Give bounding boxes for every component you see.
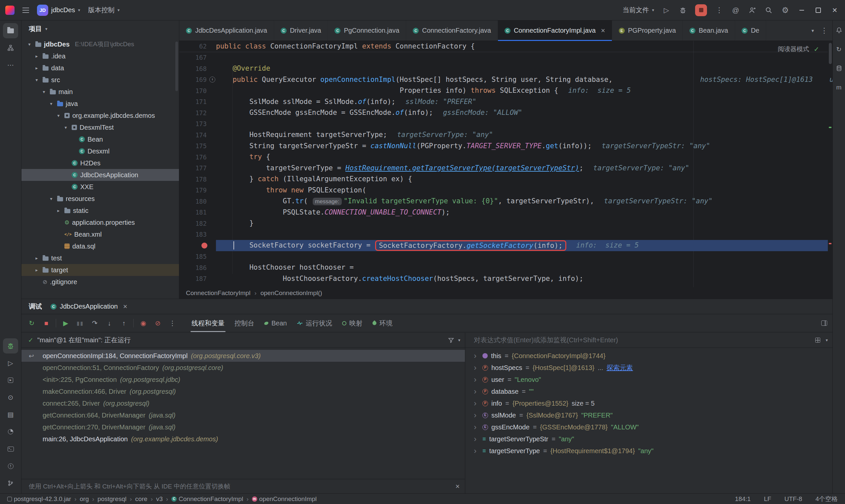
- tree-chevron-icon[interactable]: ▸: [33, 255, 40, 261]
- expand-chevron-icon[interactable]: ›: [474, 388, 479, 395]
- more-debug-options-icon[interactable]: ⋮: [168, 319, 177, 327]
- debug-tab-控制台[interactable]: 控制台: [229, 314, 259, 332]
- caret-position[interactable]: 184:1: [735, 496, 751, 503]
- ai-assistant-icon[interactable]: @: [732, 6, 740, 14]
- status-breadcrumb-postgresql-42-3-0-jar[interactable]: postgresql-42.3.0.jar: [7, 496, 71, 503]
- gutter-line-184[interactable]: [179, 240, 216, 251]
- status-breadcrumb-v3[interactable]: v3: [156, 496, 163, 503]
- gutter-line-186[interactable]: 186: [179, 262, 216, 273]
- project-widget[interactable]: JD jdbcDes ▾: [37, 5, 80, 16]
- debug-tab-映射[interactable]: 映射: [337, 314, 368, 332]
- editor-tab-jdbcdesapplication-java[interactable]: CJdbcDesApplication.java: [179, 20, 274, 41]
- close-tab-icon[interactable]: ×: [601, 27, 605, 34]
- stripe-gradle-tool-icon[interactable]: ↻: [834, 44, 844, 54]
- variable-row-targetServerTypeStr[interactable]: ›≡targetServerTypeStr = "any": [465, 433, 832, 445]
- line-number[interactable]: 182: [195, 220, 207, 227]
- line-number[interactable]: 173: [195, 120, 207, 127]
- line-number[interactable]: 168: [195, 65, 207, 72]
- line-number[interactable]: 176: [195, 154, 207, 161]
- editor-tab-bean-java[interactable]: CBean.java: [683, 20, 735, 41]
- tree-item-resources[interactable]: ▾resources: [21, 193, 179, 205]
- tree-item-application.properties[interactable]: ⚙application.properties: [21, 217, 179, 229]
- tree-item-jdbcdesapplication[interactable]: CJdbcDesApplication: [21, 169, 179, 181]
- code-with-me-icon[interactable]: [748, 6, 757, 14]
- line-number[interactable]: 177: [195, 164, 207, 172]
- gutter-line-180[interactable]: 180: [179, 196, 216, 207]
- variable-row-database[interactable]: ›Pdatabase = "": [465, 385, 832, 397]
- editor-scrollbar[interactable]: [828, 41, 832, 287]
- variable-row-sslMode[interactable]: ›EsslMode = {SslMode@1767} "PREFER": [465, 409, 832, 421]
- expand-chevron-icon[interactable]: ›: [474, 447, 479, 455]
- tree-chevron-icon[interactable]: ▸: [55, 208, 62, 213]
- override-marker-icon[interactable]: ↑: [209, 76, 215, 83]
- evaluate-expression-input[interactable]: 对表达式求值(Enter)或添加监视(Ctrl+Shift+Enter) ▾: [465, 333, 832, 348]
- code-editor[interactable]: 62public class ConnectionFactoryImpl ext…: [179, 41, 832, 287]
- vcs-widget[interactable]: 版本控制 ▾: [88, 6, 120, 15]
- stripe-terminal-tool-icon[interactable]: [3, 441, 18, 456]
- stripe-more-tool-windows-icon[interactable]: ⋯: [3, 57, 18, 73]
- tab-options-icon[interactable]: ⋮: [821, 26, 828, 35]
- thread-selector[interactable]: ✓ "main"@1 在组"main": 正在运行 ▾: [21, 333, 465, 348]
- stripe-database-tool-icon[interactable]: [834, 64, 844, 73]
- inspections-status-icon[interactable]: ✓: [814, 45, 819, 53]
- resume-button[interactable]: ▶: [61, 319, 71, 327]
- gutter-line-174[interactable]: 174: [179, 129, 216, 141]
- stripe-structure-tool-icon[interactable]: [3, 40, 18, 55]
- editor-tab-pgconnection-java[interactable]: CPgConnection.java: [328, 20, 406, 41]
- stack-frame[interactable]: openConnection:51, ConnectionFactory(org…: [21, 362, 465, 374]
- line-number[interactable]: 174: [195, 131, 207, 139]
- chevron-down-icon[interactable]: ▾: [826, 338, 828, 343]
- pause-button[interactable]: ▮▮: [75, 320, 85, 326]
- debug-tab-环境[interactable]: 环境: [368, 314, 398, 332]
- line-number[interactable]: 169: [195, 76, 207, 83]
- tree-item-h2des[interactable]: CH2Des: [21, 157, 179, 169]
- tree-item-test[interactable]: ▸test: [21, 252, 179, 264]
- line-number[interactable]: 183: [195, 231, 207, 238]
- stack-frame[interactable]: getConnection:664, DriverManager(java.sq…: [21, 409, 465, 421]
- gutter-line-168[interactable]: 168: [179, 63, 216, 74]
- tree-chevron-icon[interactable]: ▾: [63, 125, 69, 130]
- layout-settings-icon[interactable]: [821, 321, 827, 326]
- tree-item-bean.xml[interactable]: </>Bean.xml: [21, 229, 179, 240]
- more-actions-icon[interactable]: ⋮: [715, 6, 723, 15]
- stack-frame[interactable]: <init>:225, PgConnection(org.postgresql.…: [21, 374, 465, 385]
- indent-style[interactable]: 4个空格: [815, 495, 838, 503]
- line-number[interactable]: 172: [195, 109, 207, 116]
- tree-chevron-icon[interactable]: ▾: [55, 113, 62, 118]
- tree-item-java[interactable]: ▾java: [21, 98, 179, 110]
- step-out-button[interactable]: ↑: [119, 320, 129, 327]
- gutter-line-176[interactable]: 176: [179, 151, 216, 163]
- expand-chevron-icon[interactable]: ›: [474, 399, 479, 407]
- tree-item-jdbcdes[interactable]: ▾jdbcDesE:\IDEA项目\jdbcDes: [21, 38, 179, 50]
- line-number[interactable]: 179: [195, 186, 207, 194]
- tree-item-target[interactable]: ▸target: [21, 264, 179, 276]
- tree-item-xxe[interactable]: CXXE: [21, 181, 179, 193]
- debug-session-tab[interactable]: C JdbcDesApplication ×: [51, 303, 127, 310]
- stack-frame[interactable]: main:26, JdbcDesApplication(org.example.…: [21, 433, 465, 445]
- search-everywhere-icon[interactable]: [764, 6, 773, 14]
- stripe-endpoints-tool-icon[interactable]: ⊙: [3, 390, 18, 405]
- line-number[interactable]: 171: [195, 98, 207, 105]
- chevron-down-icon[interactable]: ▾: [458, 338, 460, 343]
- variable-row-gssEncMode[interactable]: ›EgssEncMode = {GSSEncMode@1778} "ALLOW": [465, 421, 832, 433]
- gutter-line-179[interactable]: 179: [179, 185, 216, 196]
- status-breadcrumb-core[interactable]: core: [135, 496, 147, 503]
- view-breakpoints-button[interactable]: ◉: [138, 319, 148, 327]
- line-number[interactable]: 167: [195, 54, 207, 61]
- gutter-line-62[interactable]: 62: [179, 41, 216, 52]
- stripe-debug-tool-icon[interactable]: [3, 338, 18, 354]
- status-breadcrumb-org[interactable]: org: [80, 496, 89, 503]
- run-button[interactable]: ▷: [662, 6, 671, 14]
- gutter-line-172[interactable]: 172: [179, 107, 216, 119]
- editor-tab-connectionfactory-java[interactable]: CConnectionFactory.java: [406, 20, 498, 41]
- gutter-line-187[interactable]: 187: [179, 273, 216, 285]
- tree-item-.idea[interactable]: ▸.idea: [21, 50, 179, 62]
- window-minimize-button[interactable]: [797, 6, 806, 15]
- tree-item-bean[interactable]: CBean: [21, 133, 179, 145]
- line-number[interactable]: 186: [195, 264, 207, 271]
- window-maximize-button[interactable]: [814, 6, 823, 15]
- stripe-run-tool-icon[interactable]: ▷: [3, 356, 18, 371]
- gutter-line-171[interactable]: 171: [179, 96, 216, 108]
- stop-button[interactable]: [695, 4, 707, 16]
- line-number[interactable]: 180: [195, 198, 207, 205]
